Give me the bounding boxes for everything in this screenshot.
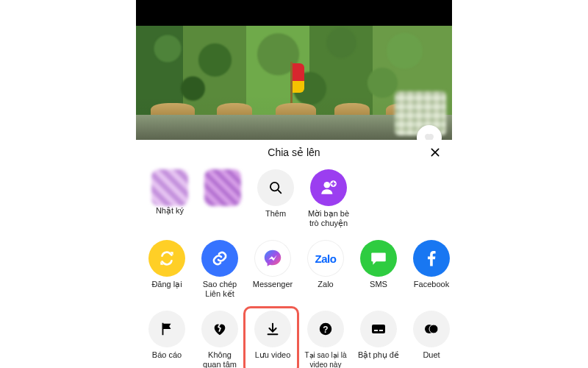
share-sms-label: SMS (354, 280, 404, 289)
captions-circle (360, 311, 397, 347)
action-report[interactable]: Báo cáo (140, 311, 193, 368)
svg-point-2 (324, 182, 331, 188)
search-circle (257, 169, 294, 206)
heart-icon (423, 131, 436, 140)
avatar-pixelated (151, 169, 188, 206)
share-sms[interactable]: SMS (352, 240, 405, 299)
action-why-label1: Tại sao lại là (301, 350, 351, 360)
duet-icon (423, 320, 440, 338)
share-facebook[interactable]: Facebook (405, 240, 452, 299)
sms-circle (360, 240, 397, 277)
share-messenger-label: Messenger (248, 280, 298, 289)
duet-circle (413, 311, 450, 347)
why-circle: ? (307, 311, 344, 347)
share-repost-label: Đăng lại (142, 280, 192, 289)
share-sheet-header: Chia sẻ lên (136, 140, 452, 165)
action-not-interested-label2: quan tâm (195, 360, 245, 368)
share-contact-user[interactable] (196, 169, 249, 228)
copy-link-circle (201, 240, 238, 277)
zalo-icon: Zalo (315, 252, 337, 265)
save-video-circle (254, 311, 291, 347)
video-letterbox (136, 0, 452, 26)
download-icon (265, 321, 281, 337)
share-add-more-label: Thêm (251, 209, 301, 219)
messenger-circle (254, 240, 291, 277)
share-zalo[interactable]: Zalo Zalo (299, 240, 352, 299)
share-contact-label: Nhật ký (145, 206, 195, 216)
share-copy-link-label2: Liên kết (195, 289, 245, 299)
share-facebook-label: Facebook (406, 280, 452, 289)
close-icon (429, 146, 441, 158)
link-icon (211, 250, 229, 267)
action-not-interested[interactable]: Không quan tâm (193, 311, 246, 368)
avatar-pixelated (204, 169, 241, 206)
add-user-icon (319, 178, 338, 197)
repost-circle (148, 240, 185, 277)
share-copy-link-label1: Sao chép (195, 280, 245, 289)
svg-rect-8 (379, 330, 383, 331)
svg-rect-7 (374, 330, 378, 331)
share-invite-label1: Mời bạn bè (304, 209, 354, 219)
action-not-interested-label1: Không (195, 350, 245, 360)
captions-icon (370, 320, 387, 338)
share-zalo-label: Zalo (301, 280, 351, 289)
svg-rect-6 (372, 325, 385, 333)
share-sheet-title: Chia sẻ lên (268, 146, 320, 158)
action-save-video[interactable]: Lưu video (246, 311, 299, 368)
not-interested-circle (201, 311, 238, 347)
repost-icon (157, 249, 176, 268)
share-repost[interactable]: Đăng lại (140, 240, 193, 299)
action-save-video-label: Lưu video (248, 350, 298, 360)
action-report-label: Báo cáo (142, 350, 192, 360)
share-invite-label2: trò chuyện (304, 219, 354, 228)
action-why-label2: video này (301, 360, 351, 368)
share-add-more[interactable]: Thêm (249, 169, 302, 228)
broken-heart-icon (212, 321, 228, 337)
share-contact-story[interactable]: Nhật ký (143, 169, 196, 228)
question-icon: ? (318, 321, 334, 337)
close-button[interactable] (427, 144, 443, 160)
share-sheet: Chia sẻ lên Nhật ký Thêm (136, 140, 452, 368)
video-thumbnail (136, 26, 452, 140)
share-messenger[interactable]: Messenger (246, 240, 299, 299)
share-row-contacts: Nhật ký Thêm (136, 165, 452, 228)
share-row-apps: Đăng lại Sao chép Liên kết Messenger (136, 236, 452, 299)
report-circle (148, 311, 185, 347)
share-invite-friends[interactable]: Mời bạn bè trò chuyện (302, 169, 355, 228)
action-duet-label: Duet (406, 350, 452, 360)
svg-line-1 (278, 190, 281, 193)
share-copy-link[interactable]: Sao chép Liên kết (193, 240, 246, 299)
video-player-area[interactable] (136, 0, 452, 140)
invite-circle (310, 169, 347, 206)
action-why-this-video[interactable]: ? Tại sao lại là video này (299, 311, 352, 368)
zalo-circle: Zalo (307, 240, 344, 277)
facebook-circle (413, 240, 450, 277)
messenger-icon (262, 247, 284, 269)
phone-frame: Chia sẻ lên Nhật ký Thêm (136, 0, 452, 368)
action-duet[interactable]: Duet (405, 311, 452, 368)
facebook-icon (421, 248, 442, 269)
svg-text:?: ? (323, 325, 328, 335)
video-flag-cloth (293, 63, 304, 93)
search-icon (268, 180, 284, 196)
share-row-actions: Báo cáo Không quan tâm Lưu video ? Tại s (136, 306, 452, 368)
flag-icon (159, 321, 175, 337)
action-captions[interactable]: Bật phụ đề (352, 311, 405, 368)
action-captions-label: Bật phụ đề (354, 350, 404, 360)
chat-bubble-icon (369, 249, 388, 268)
